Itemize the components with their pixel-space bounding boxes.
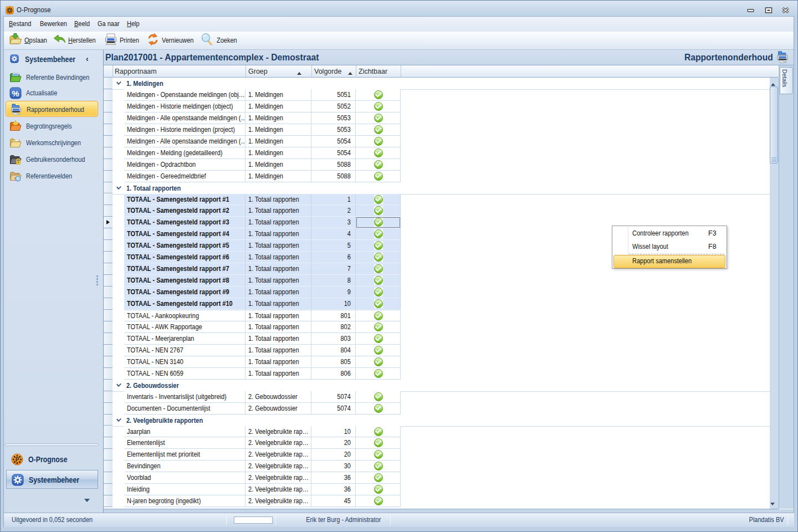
svg-text:P: P bbox=[16, 457, 19, 463]
svg-text:%: % bbox=[12, 89, 19, 98]
